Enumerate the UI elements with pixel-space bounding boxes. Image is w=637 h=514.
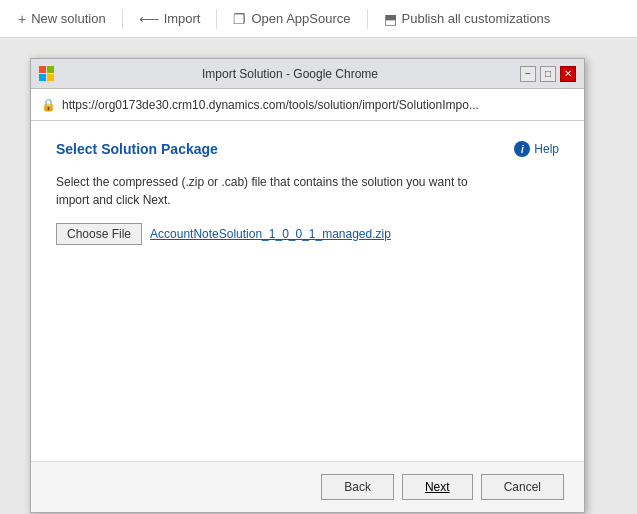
help-link[interactable]: i Help <box>514 141 559 157</box>
maximize-button[interactable]: □ <box>540 66 556 82</box>
choose-file-button[interactable]: Choose File <box>56 223 142 245</box>
address-bar: 🔒 https://org0173de30.crm10.dynamics.com… <box>31 89 584 121</box>
description-line1: Select the compressed (.zip or .cab) fil… <box>56 175 468 189</box>
file-input-row: Choose File AccountNoteSolution_1_0_0_1_… <box>56 223 559 245</box>
chrome-window-title: Import Solution - Google Chrome <box>60 67 520 81</box>
chrome-titlebar: Import Solution - Google Chrome − □ ✕ <box>31 59 584 89</box>
description-line2: import and click Next. <box>56 193 171 207</box>
dialog-description: Select the compressed (.zip or .cab) fil… <box>56 173 559 209</box>
lock-icon: 🔒 <box>41 98 56 112</box>
help-icon: i <box>514 141 530 157</box>
publish-button[interactable]: ⬒ Publish all customizations <box>374 0 561 37</box>
publish-icon: ⬒ <box>384 11 397 27</box>
dialog-section-title: Select Solution Package <box>56 141 218 157</box>
address-text: https://org0173de30.crm10.dynamics.com/t… <box>62 98 574 112</box>
appsource-icon: ❐ <box>233 11 246 27</box>
separator-1 <box>122 9 123 29</box>
dialog-header: Select Solution Package i Help <box>56 141 559 157</box>
main-area: Import Solution - Google Chrome − □ ✕ 🔒 … <box>0 38 637 514</box>
windows-logo <box>39 66 60 81</box>
import-button[interactable]: ⟵ Import <box>129 0 211 37</box>
new-solution-label: New solution <box>31 11 105 26</box>
plus-icon: + <box>18 11 26 27</box>
cancel-button[interactable]: Cancel <box>481 474 564 500</box>
new-solution-button[interactable]: + New solution <box>8 0 116 37</box>
file-name-display: AccountNoteSolution_1_0_0_1_managed.zip <box>150 227 391 241</box>
next-button[interactable]: Next <box>402 474 473 500</box>
publish-label: Publish all customizations <box>402 11 551 26</box>
minimize-button[interactable]: − <box>520 66 536 82</box>
dialog-footer: Back Next Cancel <box>31 461 584 512</box>
main-toolbar: + New solution ⟵ Import ❐ Open AppSource… <box>0 0 637 38</box>
open-appsource-label: Open AppSource <box>251 11 350 26</box>
chrome-window: Import Solution - Google Chrome − □ ✕ 🔒 … <box>30 58 585 513</box>
import-label: Import <box>164 11 201 26</box>
separator-2 <box>216 9 217 29</box>
dialog-content: Select Solution Package i Help Select th… <box>31 121 584 461</box>
import-icon: ⟵ <box>139 11 159 27</box>
separator-3 <box>367 9 368 29</box>
close-button[interactable]: ✕ <box>560 66 576 82</box>
back-button[interactable]: Back <box>321 474 394 500</box>
help-label: Help <box>534 142 559 156</box>
window-controls: − □ ✕ <box>520 66 576 82</box>
open-appsource-button[interactable]: ❐ Open AppSource <box>223 0 360 37</box>
